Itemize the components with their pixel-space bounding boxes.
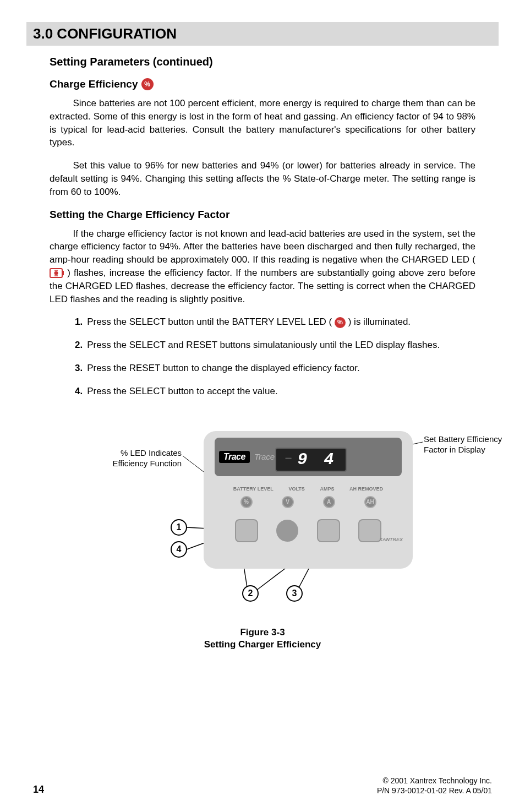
figure-caption: Figure 3-3 Setting Charger Efficiency xyxy=(50,626,475,651)
step-3-text: Press the RESET button to change the dis… xyxy=(87,362,360,375)
led-battery-level: % xyxy=(240,496,253,508)
step-1-text-a: Press the SELECT button until the BATTER… xyxy=(87,317,332,327)
callout-left: % LED Indicates Efficiency Function xyxy=(83,448,182,469)
step-1: 1. Press the SELECT button until the BAT… xyxy=(75,315,459,329)
callout-right-line2: Factor in Display xyxy=(424,445,485,454)
step-number: 2. xyxy=(75,339,83,352)
charged-led-icon xyxy=(50,268,64,278)
lcd-display: 9 4 xyxy=(275,448,347,472)
center-button[interactable] xyxy=(276,520,298,542)
page-footer: 14 © 2001 Xantrex Technology Inc. P/N 97… xyxy=(33,776,492,795)
step-1-text-b: ) is illuminated. xyxy=(348,317,411,327)
label-volts: VOLTS xyxy=(288,486,304,492)
reset-button[interactable] xyxy=(317,519,340,542)
meter-leds-row: % V A AH xyxy=(226,496,391,508)
step-number: 3. xyxy=(75,362,83,375)
figure-caption-line2: Setting Charger Efficiency xyxy=(204,639,321,650)
extra-button[interactable] xyxy=(358,519,381,542)
subheading-text: Setting Parameters (continued) xyxy=(50,56,213,68)
label-amps: AMPS xyxy=(320,486,334,492)
callout-right-line1: Set Battery Efficiency xyxy=(424,434,502,444)
led-ah-removed: AH xyxy=(364,496,376,508)
charge-efficiency-label: Charge Efficiency xyxy=(50,78,138,90)
xantrex-label: XANTREX xyxy=(379,537,403,542)
meter-buttons-row xyxy=(226,519,391,542)
brand-logo: Trace xyxy=(219,451,250,463)
subheading-charge-efficiency: Charge Efficiency % xyxy=(50,78,475,90)
step-circle-1: 1 xyxy=(171,519,187,536)
subheading-setting-parameters: Setting Parameters (continued) xyxy=(50,56,475,68)
svg-point-2 xyxy=(54,271,58,275)
paragraph-3a: If the charge efficiency factor is not k… xyxy=(50,228,475,265)
part-number-text: P/N 973-0012-01-02 Rev. A 05/01 xyxy=(377,786,492,795)
callout-left-line2: Efficiency Function xyxy=(112,459,182,468)
select-button[interactable] xyxy=(235,519,258,542)
step-2: 2. Press the SELECT and RESET buttons si… xyxy=(75,339,459,352)
step-number: 4. xyxy=(75,385,83,398)
step-circle-4: 4 xyxy=(171,541,187,558)
led-volts: V xyxy=(282,496,294,508)
paragraph-3b: ) flashes, increase the efficiency facto… xyxy=(50,268,475,304)
percent-icon: % xyxy=(141,78,154,90)
percent-icon: % xyxy=(335,317,346,328)
label-battery-level: BATTERY LEVEL xyxy=(233,486,274,492)
step-circle-2: 2 xyxy=(242,585,259,602)
copyright-text: © 2001 Xantrex Technology Inc. xyxy=(383,776,492,785)
step-4-text: Press the SELECT button to accept the va… xyxy=(87,385,278,398)
figure-caption-line1: Figure 3-3 xyxy=(240,627,285,637)
step-number: 1. xyxy=(75,315,83,329)
paragraph-2: Set this value to 96% for new batteries … xyxy=(50,159,475,198)
page-number: 14 xyxy=(33,784,44,795)
callout-left-line1: % LED Indicates xyxy=(121,448,182,457)
steps-list: 1. Press the SELECT button until the BAT… xyxy=(50,315,475,397)
trace-meter-device: Trace Trace Meter 9 4 BATTERY LEVEL VOLT… xyxy=(204,431,413,569)
meter-labels-row: BATTERY LEVEL VOLTS AMPS AH REMOVED xyxy=(226,486,391,492)
led-amps: A xyxy=(323,496,335,508)
step-circle-3: 3 xyxy=(286,585,303,602)
step-4: 4. Press the SELECT button to accept the… xyxy=(75,385,459,398)
step-3: 3. Press the RESET button to change the … xyxy=(75,362,459,375)
paragraph-3: If the charge efficiency factor is not k… xyxy=(50,227,475,306)
svg-rect-1 xyxy=(62,271,64,275)
step-2-text: Press the SELECT and RESET buttons simul… xyxy=(87,339,440,352)
setting-factor-label: Setting the Charge Efficiency Factor xyxy=(50,209,229,221)
section-header: 3.0 CONFIGURATION xyxy=(26,22,499,46)
label-ah-removed: AH REMOVED xyxy=(349,486,383,492)
callout-right: Set Battery Efficiency Factor in Display xyxy=(424,434,525,455)
subheading-setting-factor: Setting the Charge Efficiency Factor xyxy=(50,209,475,221)
paragraph-1: Since batteries are not 100 percent effi… xyxy=(50,97,475,149)
figure-3-3: % LED Indicates Efficiency Function Set … xyxy=(50,420,475,651)
